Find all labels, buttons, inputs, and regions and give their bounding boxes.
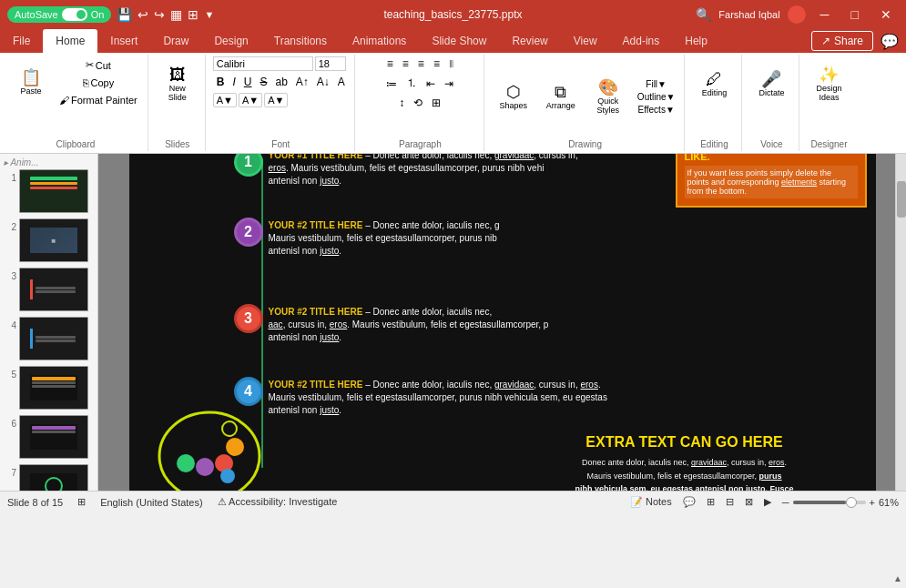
zoom-out-icon[interactable]: ─ (782, 497, 789, 508)
new-slide-button[interactable]: 🖼 NewSlide (156, 56, 199, 111)
comments-status-icon[interactable]: 💬 (683, 496, 696, 508)
numbering-button[interactable]: ⒈ (402, 75, 421, 92)
tab-help[interactable]: Help (672, 29, 720, 53)
editing-button[interactable]: 🖊 Editing (692, 56, 736, 111)
tab-transitions[interactable]: Transitions (261, 29, 340, 53)
shadow-button[interactable]: ab (271, 75, 290, 89)
bullets-button[interactable]: ≔ (382, 76, 401, 91)
shape-fill-button[interactable]: Fill▼ (634, 78, 679, 90)
search-icon[interactable]: 🔍 (696, 7, 711, 22)
text-direction-button[interactable]: ⟲ (410, 96, 426, 110)
share-button[interactable]: ↗ Share (811, 31, 873, 51)
line-spacing-button[interactable]: ↕ (395, 96, 408, 110)
vertical-scrollbar[interactable] (895, 154, 906, 491)
zoom-slider[interactable] (793, 501, 866, 504)
slide-thumb-5[interactable]: 5 (4, 366, 94, 410)
tab-design[interactable]: Design (201, 29, 260, 53)
reading-view-icon[interactable]: ⊠ (745, 496, 753, 508)
quick-styles-button[interactable]: 🎨 QuickStyles (586, 70, 630, 125)
copy-button[interactable]: ⎘Copy (55, 75, 142, 91)
zoom-slider-thumb[interactable] (846, 497, 857, 508)
notes-button[interactable]: 📝 Notes (630, 496, 672, 508)
minimize-button[interactable]: ─ (813, 5, 837, 24)
align-center-button[interactable]: ≡ (399, 56, 412, 71)
align-right-button[interactable]: ≡ (414, 56, 428, 71)
scrollbar-thumb[interactable] (897, 181, 906, 218)
tab-file[interactable]: File (0, 29, 43, 53)
tab-slideshow[interactable]: Slide Show (419, 29, 499, 53)
paste-button[interactable]: 📋 Paste (9, 60, 53, 106)
tab-insert[interactable]: Insert (97, 29, 150, 53)
shape-outline-button[interactable]: Outline▼ (634, 91, 679, 103)
autosave-indicator[interactable]: AutoSave On (7, 6, 111, 23)
language-status[interactable]: English (United States) (100, 497, 203, 508)
note-callout: NOTE: AGAIN, YOU CAN CHANGE THE NUMBER O… (676, 154, 867, 208)
justify-button[interactable]: ≡ (430, 56, 443, 71)
zoom-in-icon[interactable]: + (870, 497, 875, 508)
slide-canvas[interactable]: 🍎 🎨 NOTE: AGAIN, YOU CAN CHANGE THE NUMB… (129, 154, 876, 491)
decrease-font-button[interactable]: A↓ (313, 75, 333, 89)
shape-effects-button[interactable]: Effects▼ (634, 104, 679, 116)
slide-thumb-3[interactable]: 3 (4, 268, 94, 311)
slide-view-icon: ⊞ (77, 496, 86, 508)
underline-button[interactable]: U (240, 75, 256, 89)
font-extra-btn[interactable]: A▼ (264, 93, 288, 107)
bold-button[interactable]: B (213, 75, 229, 89)
undo-icon[interactable]: ↩ (137, 7, 148, 22)
strikethrough-button[interactable]: S (256, 75, 270, 89)
extra-body: Donec ante dolor, iaculis nec, gravidaac… (507, 456, 862, 491)
zoom-control[interactable]: ─ + 61% (782, 497, 899, 508)
dropdown-icon[interactable]: ▼ (204, 9, 214, 20)
ribbon-group-slides: 🖼 NewSlide Slides (150, 55, 206, 151)
cut-button[interactable]: ✂Cut (55, 56, 142, 74)
timeline-item-1: 1 YOUR #1 TITLE HERE – Donec ante dolor,… (234, 154, 589, 188)
columns-button[interactable]: ⫴ (445, 56, 457, 71)
close-button[interactable]: ✕ (873, 5, 899, 24)
design-ideas-button[interactable]: ✨ DesignIdeas (807, 56, 850, 111)
tab-view[interactable]: View (561, 29, 610, 53)
slide-thumb-2[interactable]: 2 ■ (4, 218, 94, 262)
present-icon[interactable]: ▦ (170, 7, 182, 22)
avatar[interactable] (788, 5, 806, 24)
slide-thumb-6[interactable]: 6 (4, 415, 94, 459)
shapes-button[interactable]: ⬡ Shapes (492, 70, 535, 125)
format-painter-button[interactable]: 🖌Format Painter (55, 92, 142, 108)
font-size-selector[interactable] (315, 56, 346, 71)
dictate-button[interactable]: 🎤 Dictate (749, 56, 793, 111)
slide-thumb-4[interactable]: 4 (4, 317, 94, 360)
font-name-selector[interactable] (213, 56, 313, 71)
tab-draw[interactable]: Draw (150, 29, 201, 53)
arrange-button[interactable]: ⧉ Arrange (539, 70, 583, 125)
presentation-view-icon[interactable]: ▶ (764, 496, 771, 508)
convert-to-smartart-button[interactable]: ⊞ (428, 96, 444, 110)
indent-increase-button[interactable]: ⇥ (441, 76, 457, 91)
maximize-button[interactable]: □ (844, 5, 866, 24)
increase-font-button[interactable]: A↑ (292, 75, 312, 89)
save-icon[interactable]: 💾 (117, 7, 132, 22)
tab-animations[interactable]: Animations (340, 29, 419, 53)
customize-icon[interactable]: ⊞ (188, 7, 199, 22)
align-left-button[interactable]: ≡ (383, 56, 397, 71)
highlight-btn[interactable]: A▼ (239, 93, 262, 107)
ribbon-collapse-button[interactable]: ▲ (893, 572, 902, 584)
normal-view-icon[interactable]: ⊞ (707, 496, 715, 508)
slide-sorter-icon[interactable]: ⊟ (726, 496, 734, 508)
accessibility-warning[interactable]: ⚠ Accessibility: Investigate (218, 496, 338, 508)
slide-thumb-7[interactable]: 7 (4, 464, 94, 491)
comments-icon[interactable]: 💬 (881, 33, 899, 50)
ribbon-group-drawing: ⬡ Shapes ⧉ Arrange 🎨 QuickStyles Fill▼ O… (486, 55, 686, 151)
notes-icon: 📝 (630, 496, 643, 507)
autosave-toggle[interactable] (62, 8, 87, 21)
tab-home[interactable]: Home (43, 29, 97, 53)
tab-review[interactable]: Review (499, 29, 560, 53)
zoom-level[interactable]: 61% (879, 497, 899, 508)
clear-format-button[interactable]: A (334, 75, 349, 89)
editing-label: Editing (700, 137, 728, 149)
slide-thumb-1[interactable]: 1 (4, 169, 94, 213)
extra-text-area: EXTRA TEXT CAN GO HERE Donec ante dolor,… (507, 434, 862, 491)
italic-button[interactable]: I (229, 75, 239, 89)
font-color-btn[interactable]: A▼ (213, 93, 237, 107)
redo-icon[interactable]: ↪ (154, 7, 165, 22)
indent-decrease-button[interactable]: ⇤ (422, 76, 439, 91)
tab-addins[interactable]: Add-ins (610, 29, 673, 53)
